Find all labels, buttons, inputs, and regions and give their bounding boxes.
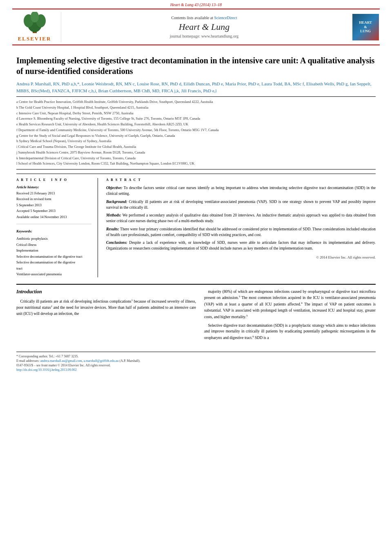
intro-right-text: majority (80%) of which are endogenous i… [204, 289, 376, 341]
article-info-heading: A R T I C L E I N F O [16, 178, 91, 182]
conclusions-label: Conclusions: [106, 241, 127, 245]
elsevier-logo: ELSEVIER [12, 12, 61, 42]
sciencedirect-anchor[interactable]: ScienceDirect [214, 16, 237, 20]
body-left-column: Introduction Critically ill patients are… [16, 289, 196, 343]
journal-header: ELSEVIER Contents lists available at Sci… [12, 9, 380, 45]
affil-k: k Interdepartmental Division of Critical… [16, 156, 376, 161]
keyword-6: Ventilator-associated pneumonia [16, 271, 91, 277]
keyword-2: Critical illness [16, 242, 91, 248]
sciencedirect-link: Contents lists available at ScienceDirec… [171, 16, 237, 20]
keyword-1: Antibiotic prophylaxis [16, 236, 91, 241]
intro-left-text: Critically ill patients are at risk of d… [16, 298, 196, 317]
keywords-section: Keywords: Antibiotic prophylaxis Critica… [16, 228, 91, 277]
main-content: Implementing selective digestive tract d… [0, 45, 392, 381]
intro-left-para1: Critically ill patients are at risk of d… [16, 298, 196, 317]
keywords-label: Keywords: [16, 228, 91, 234]
abstract-results: Results: There were four primary conside… [106, 226, 376, 238]
license-footnote: 0147-9563/$ – see front matter © 2014 El… [16, 364, 376, 367]
affil-i: i Critical Care and Trauma Division, The… [16, 144, 376, 149]
keyword-5: Selective decontamination of the digesti… [16, 259, 91, 271]
methods-label: Methods: [106, 213, 121, 217]
affil-c: c Intensive Care Unit, Nepean Hospital, … [16, 111, 376, 116]
elsevier-tree-icon [20, 12, 49, 34]
abstract-heading: A B S T R A C T [106, 178, 376, 182]
conclusions-text: Despite a lack of experience with, or kn… [106, 241, 376, 250]
doi-footnote: http://dx.doi.org/10.1016/j.hrtlng.2013.… [16, 368, 376, 372]
article-title: Implementing selective digestive tract d… [16, 55, 376, 76]
objective-text: To describe factors senior critical care… [106, 186, 376, 196]
journal-center: Contents lists available at ScienceDirec… [61, 12, 347, 42]
article-dates: Received 21 February 2013 Received in re… [16, 190, 91, 220]
affiliations: a Centre for Health Practice Innovation,… [16, 96, 376, 169]
affil-g: g Centre for the Study of Social and Leg… [16, 133, 376, 138]
affil-b: b The Gold Coast University Hospital, 1 … [16, 105, 376, 110]
hl-logo-box: HEART&LUNG [352, 14, 379, 40]
article-history: Article history: Received 21 February 20… [16, 185, 91, 224]
journal-reference: Heart & Lung 43 (2014) 13–18 [0, 0, 392, 9]
body-introduction: Introduction Critically ill patients are… [16, 284, 376, 343]
journal-homepage: journal homepage: www.heartandlung.org [170, 34, 239, 38]
email-footnote: E-mail addresses: andrea.marshall.au@gma… [16, 359, 376, 363]
article-history-label: Article history: [16, 185, 91, 189]
copyright-line: © 2014 Elsevier Inc. All rights reserved… [106, 255, 376, 261]
available-online: Available online 14 November 2013 [16, 214, 91, 220]
methods-text: We performed a secondary analysis of qua… [106, 213, 376, 223]
heart-lung-logo: HEART&LUNG [347, 12, 380, 42]
results-text: There were four primary considerations i… [106, 227, 376, 237]
body-right-column: majority (80%) of which are endogenous i… [204, 289, 376, 343]
received-date: Received 21 February 2013 [16, 190, 91, 196]
keyword-3: Implementation [16, 248, 91, 253]
objective-label: Objective: [106, 186, 122, 190]
affil-j: j Sunnybrook Health Sciences Centre, 207… [16, 150, 376, 155]
accepted-date: Accepted 5 September 2013 [16, 208, 91, 214]
intro-title: Introduction [16, 289, 196, 295]
intro-right-para2: Selective digestive tract decontaminatio… [204, 323, 376, 341]
abstract-methods: Methods: We performed a secondary analys… [106, 212, 376, 224]
journal-name: Heart & Lung [179, 22, 230, 32]
affil-e: e Health Services Research Unit, Univers… [16, 122, 376, 127]
email2-link[interactable]: a.marshall@griffith.edu.au [83, 359, 118, 363]
abstract-text: Objective: To describe factors senior cr… [106, 185, 376, 260]
abstract-background: Background: Critically ill patients are … [106, 199, 376, 211]
background-label: Background: [106, 200, 127, 204]
affil-a: a Centre for Health Practice Innovation,… [16, 99, 376, 105]
authors-text: Andrea P. Marshall, RN, PhD a,b,*, Leoni… [16, 81, 372, 93]
elsevier-brand-text: ELSEVIER [18, 36, 51, 42]
page-footer: * Corresponding author. Tel.: +61 7 5687… [16, 352, 376, 372]
email1-link[interactable]: andrea.marshall.au@gmail.com [40, 359, 82, 363]
article-info-abstract-section: A R T I C L E I N F O Article history: R… [16, 174, 376, 277]
affil-f: f Department of Family and Community Med… [16, 127, 376, 133]
abstract-objective: Objective: To describe factors senior cr… [106, 185, 376, 197]
left-column: A R T I C L E I N F O Article history: R… [16, 178, 98, 277]
keyword-4: Selective decontamination of the digesti… [16, 254, 91, 259]
authors: Andrea P. Marshall, RN, PhD a,b,*, Leoni… [16, 80, 376, 94]
corresponding-author-note: * Corresponding author. Tel.: +61 7 5687… [16, 355, 376, 358]
abstract-conclusions: Conclusions: Despite a lack of experienc… [106, 240, 376, 252]
abstract-column: A B S T R A C T Objective: To describe f… [106, 178, 376, 277]
intro-right-para1: majority (80%) of which are endogenous i… [204, 289, 376, 320]
revised-date: 5 September 2013 [16, 202, 91, 208]
results-label: Results: [106, 227, 119, 231]
doi-link[interactable]: http://dx.doi.org/10.1016/j.hrtlng.2013.… [16, 368, 77, 372]
affil-l: l School of Health Sciences, City Univer… [16, 161, 376, 166]
affil-h: h Sydney Medical School (Nepean), Univer… [16, 138, 376, 144]
affil-d: d Lawrence S. Bloomberg Faculty of Nursi… [16, 116, 376, 121]
background-text: Critically ill patients are at risk of d… [106, 200, 376, 210]
revised-label: Received in revised form [16, 196, 91, 202]
